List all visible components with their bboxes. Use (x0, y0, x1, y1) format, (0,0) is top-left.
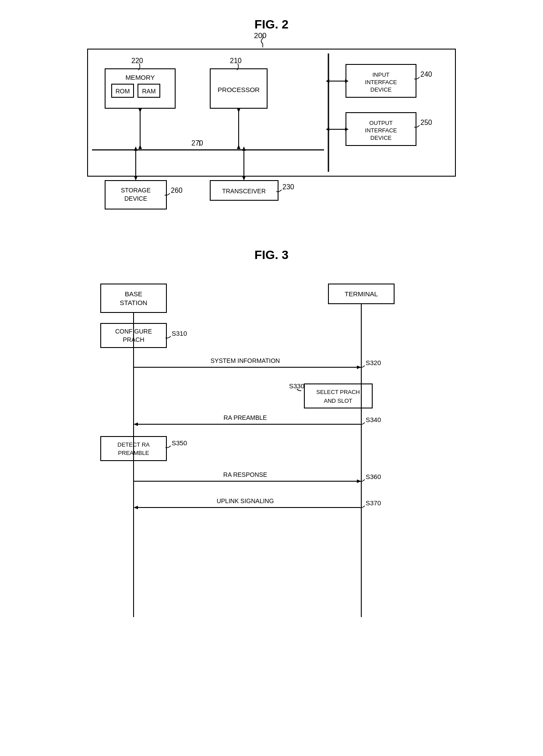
fig2-title: FIG. 2 (254, 18, 289, 32)
svg-marker-24 (237, 145, 240, 149)
svg-marker-30 (134, 146, 138, 151)
ref-270: 270 (191, 139, 203, 147)
s320-label: S320 (366, 359, 381, 366)
fig2-diagram: 220 MEMORY ROM RAM 210 PROCESSOR INPUT I… (83, 45, 460, 220)
output-interface-label: OUTPUT (369, 120, 393, 126)
detect-ra-label: DETECT RA (117, 441, 150, 448)
svg-rect-35 (101, 284, 166, 312)
ref-260: 260 (171, 187, 183, 194)
svg-text:PRACH: PRACH (123, 336, 144, 343)
fig3-title: FIG. 3 (254, 248, 289, 262)
rom-label: ROM (116, 88, 130, 95)
svg-rect-44 (304, 384, 372, 408)
svg-text:INTERFACE: INTERFACE (365, 79, 397, 85)
s310-label: S310 (172, 330, 187, 337)
svg-marker-20 (138, 108, 142, 113)
svg-marker-33 (242, 176, 246, 181)
svg-marker-23 (237, 108, 240, 113)
svg-text:AND SLOT: AND SLOT (324, 398, 352, 404)
svg-text:INTERFACE: INTERFACE (365, 127, 397, 134)
memory-label: MEMORY (125, 74, 155, 81)
ref-220: 220 (131, 57, 143, 64)
fig3-diagram: BASE STATION TERMINAL CONFIGURE PRACH S3… (74, 275, 469, 626)
s330-label: S330 (289, 382, 304, 390)
base-station-label: BASE (125, 290, 142, 298)
terminal-label: TERMINAL (345, 290, 378, 298)
figure-3: FIG. 3 BASE STATION TERMINAL CONFIGURE P… (26, 248, 517, 626)
transceiver-label: TRANSCEIVER (222, 188, 266, 195)
svg-marker-47 (134, 422, 138, 426)
svg-text:STATION: STATION (120, 299, 148, 306)
ref-200-line (258, 34, 276, 47)
uplink-signaling-label: UPLINK SIGNALING (217, 497, 274, 504)
svg-marker-34 (242, 146, 246, 151)
ref-230: 230 (282, 183, 294, 191)
svg-text:DEVICE: DEVICE (370, 135, 392, 141)
svg-marker-17 (345, 128, 349, 131)
ra-response-label: RA RESPONSE (223, 471, 267, 478)
svg-marker-21 (138, 145, 142, 149)
ram-label: RAM (142, 88, 155, 95)
ref-210: 210 (230, 57, 242, 64)
ref-250: 250 (420, 119, 432, 126)
svg-marker-29 (134, 176, 138, 181)
select-prach-label: SELECT PRACH (316, 389, 360, 395)
svg-marker-10 (326, 79, 329, 83)
s340-label: S340 (366, 416, 381, 423)
configure-prach-label: CONFIGURE (115, 328, 152, 335)
svg-text:DEVICE: DEVICE (124, 195, 147, 202)
ra-preamble-label: RA PREAMBLE (224, 414, 267, 421)
svg-marker-11 (345, 79, 349, 83)
ref-240: 240 (420, 71, 432, 78)
svg-text:PREAMBLE: PREAMBLE (118, 450, 149, 456)
svg-marker-16 (326, 128, 329, 131)
s360-label: S360 (366, 473, 381, 480)
processor-label: PROCESSOR (218, 86, 260, 93)
svg-text:DEVICE: DEVICE (370, 86, 392, 93)
system-info-label: SYSTEM INFORMATION (211, 357, 280, 364)
s370-label: S370 (366, 499, 381, 507)
svg-marker-53 (134, 506, 138, 509)
s350-label: S350 (172, 439, 187, 447)
storage-label: STORAGE (121, 187, 151, 194)
figure-2: FIG. 2 200 220 MEMORY ROM RAM 210 (26, 18, 517, 222)
input-interface-label: INPUT (373, 71, 390, 78)
